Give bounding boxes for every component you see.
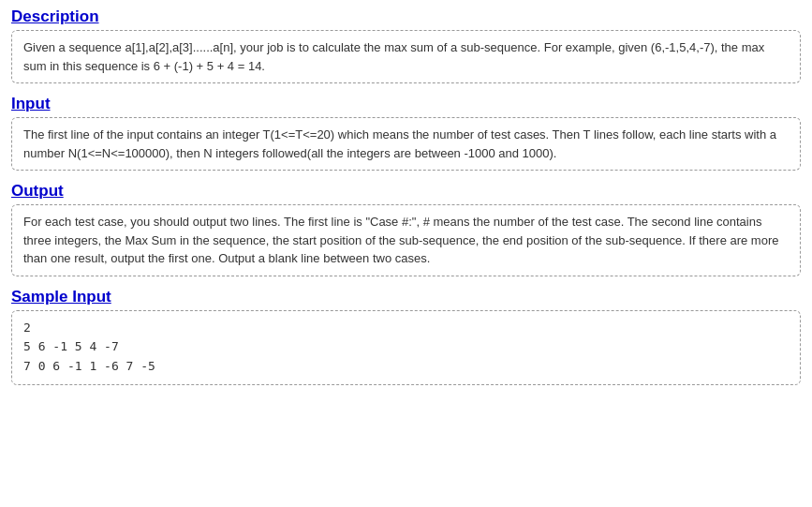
- description-text: Given a sequence a[1],a[2],a[3]......a[n…: [23, 38, 789, 75]
- sample-input-line-1: 2: [23, 319, 789, 338]
- sample-input-box: 2 5 6 -1 5 4 -7 7 0 6 -1 1 -6 7 -5: [11, 310, 801, 385]
- input-text: The first line of the input contains an …: [23, 126, 789, 162]
- sample-input-line-2: 5 6 -1 5 4 -7: [23, 337, 789, 357]
- description-box: Given a sequence a[1],a[2],a[3]......a[n…: [11, 30, 801, 83]
- input-title: Input: [11, 95, 801, 113]
- sample-input-line-3: 7 0 6 -1 1 -6 7 -5: [23, 357, 789, 377]
- output-box: For each test case, you should output tw…: [11, 204, 801, 276]
- output-text: For each test case, you should output tw…: [23, 213, 789, 268]
- output-title: Output: [11, 182, 801, 201]
- sample-input-section: Sample Input 2 5 6 -1 5 4 -7 7 0 6 -1 1 …: [11, 288, 801, 385]
- description-section: Description Given a sequence a[1],a[2],a…: [11, 7, 801, 83]
- input-section: Input The first line of the input contai…: [11, 95, 801, 171]
- sample-input-title: Sample Input: [11, 288, 801, 306]
- description-title: Description: [11, 7, 801, 26]
- input-box: The first line of the input contains an …: [11, 117, 801, 171]
- output-section: Output For each test case, you should ou…: [11, 182, 801, 276]
